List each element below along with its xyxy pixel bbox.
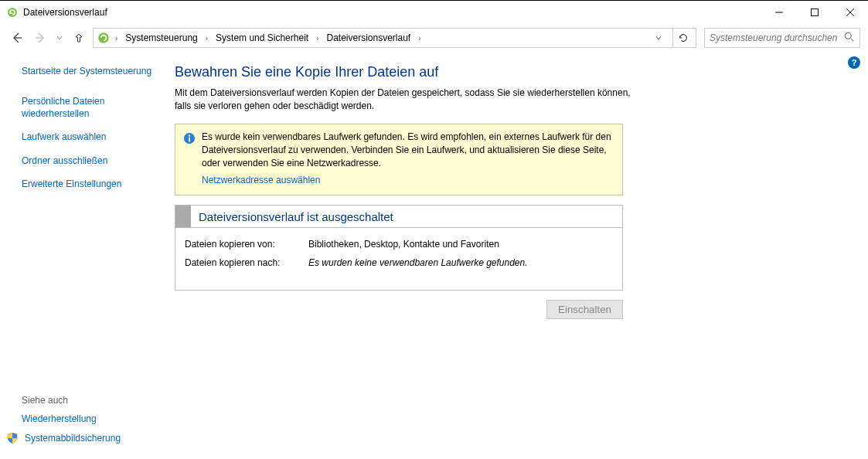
close-button[interactable] (832, 1, 868, 24)
recent-locations-button[interactable] (54, 35, 65, 41)
svg-point-0 (8, 8, 17, 17)
page-heading: Bewahren Sie eine Kopie Ihrer Dateien au… (175, 64, 822, 80)
search-icon[interactable] (844, 32, 855, 45)
svg-line-9 (851, 38, 854, 41)
breadcrumb-item[interactable]: Systemsteuerung (122, 32, 200, 43)
svg-rect-2 (812, 9, 819, 16)
window-titlebar: Dateiversionsverlauf (0, 1, 868, 24)
up-button[interactable] (70, 29, 88, 47)
copy-to-label: Dateien kopieren nach: (185, 257, 308, 268)
main-panel: Bewahren Sie eine Kopie Ihrer Dateien au… (162, 52, 868, 459)
sidebar-link-restore[interactable]: Persönliche Dateien wiederherstellen (22, 95, 155, 120)
copy-to-value: Es wurden keine verwendbaren Laufwerke g… (308, 257, 613, 268)
chevron-right-icon[interactable]: › (417, 34, 422, 42)
chevron-right-icon[interactable]: › (204, 34, 209, 42)
minimize-button[interactable] (761, 1, 797, 24)
warning-text: Es wurde kein verwendbares Laufwerk gefu… (202, 131, 611, 169)
maximize-button[interactable] (797, 1, 832, 24)
page-description: Mit dem Dateiversionsverlauf werden Kopi… (175, 87, 631, 113)
navigation-bar: › Systemsteuerung › System und Sicherhei… (0, 24, 868, 52)
address-bar[interactable]: › Systemsteuerung › System und Sicherhei… (93, 28, 696, 48)
info-icon (183, 132, 196, 144)
status-title: Dateiversionsverlauf ist ausgeschaltet (191, 206, 401, 227)
chevron-right-icon[interactable]: › (315, 34, 320, 42)
copy-from-label: Dateien kopieren von: (185, 239, 308, 250)
help-icon[interactable]: ? (848, 56, 860, 69)
see-also-header: Siehe auch (22, 395, 155, 406)
search-box[interactable] (704, 28, 860, 48)
see-also-system-image-link[interactable]: Systemabbildsicherung (22, 432, 155, 444)
breadcrumb-item[interactable]: System und Sicherheit (213, 32, 311, 43)
warning-box: Es wurde kein verwendbares Laufwerk gefu… (175, 124, 623, 196)
app-icon (6, 6, 19, 19)
sidebar-link-select-drive[interactable]: Laufwerk auswählen (22, 131, 155, 143)
control-panel-home-link[interactable]: Startseite der Systemsteuerung (22, 66, 155, 76)
search-input[interactable] (710, 32, 841, 43)
address-history-button[interactable] (651, 32, 666, 43)
see-also-recovery-link[interactable]: Wiederherstellung (22, 413, 155, 424)
status-box: Dateiversionsverlauf ist ausgeschaltet D… (175, 205, 623, 291)
back-button[interactable] (8, 29, 26, 47)
forward-button[interactable] (31, 29, 49, 47)
svg-point-8 (845, 32, 851, 39)
svg-point-11 (189, 134, 190, 136)
sidebar-link-exclude-folders[interactable]: Ordner ausschließen (22, 155, 155, 167)
refresh-button[interactable] (672, 28, 693, 48)
window-title: Dateiversionsverlauf (23, 7, 107, 18)
breadcrumb-item[interactable]: Dateiversionsverlauf (323, 32, 414, 43)
svg-point-7 (98, 32, 109, 43)
sidebar-link-advanced-settings[interactable]: Erweiterte Einstellungen (22, 178, 155, 190)
chevron-right-icon[interactable]: › (114, 34, 119, 42)
shield-icon (6, 432, 19, 444)
svg-rect-12 (189, 137, 190, 141)
sidebar-navigation: Startseite der Systemsteuerung Persönlic… (0, 52, 162, 459)
turn-on-button[interactable]: Einschalten (546, 300, 623, 319)
select-network-address-link[interactable]: Netzwerkadresse auswählen (202, 174, 614, 187)
location-icon (97, 31, 111, 45)
copy-from-value: Bibliotheken, Desktop, Kontakte und Favo… (308, 239, 613, 250)
status-indicator-icon (175, 206, 191, 227)
